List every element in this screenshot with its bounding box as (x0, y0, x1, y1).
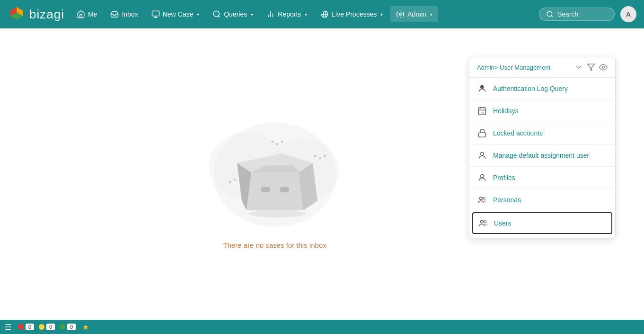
users-icon (478, 218, 488, 228)
svg-rect-45 (479, 133, 486, 137)
personas-icon (477, 195, 487, 205)
dropdown-item-auth-log[interactable]: Authentication Log Query (469, 78, 615, 100)
filter-icon[interactable] (587, 63, 595, 72)
svg-point-25 (323, 155, 326, 157)
nav-label-new-case: New Case (163, 10, 194, 18)
navbar: bizagi Me Inbox New Case ▾ Queries ▾ (0, 0, 644, 28)
search-icon (546, 10, 554, 18)
search-bar[interactable]: Search (539, 8, 615, 21)
status-item-yellow[interactable]: 0 (39, 324, 55, 330)
svg-point-48 (480, 197, 483, 200)
nav-item-me[interactable]: Me (71, 6, 103, 22)
svg-marker-28 (247, 172, 303, 210)
admin-icon (396, 10, 405, 18)
dropdown-item-locked-accounts[interactable]: Locked accounts (469, 122, 615, 144)
dropdown-header-icons (574, 63, 608, 72)
nav-label-queries: Queries (224, 10, 247, 18)
svg-line-10 (219, 16, 220, 17)
svg-point-23 (314, 155, 316, 157)
search-label: Search (557, 10, 578, 18)
red-dot (18, 324, 24, 330)
nav-label-admin: Admin (407, 10, 426, 18)
nav-label-reports: Reports (278, 10, 301, 18)
svg-point-26 (233, 179, 236, 181)
avatar-initial: A (626, 10, 631, 18)
home-icon (77, 10, 85, 18)
inbox-icon (110, 10, 119, 18)
holidays-label: Holidays (493, 107, 519, 115)
queries-chevron: ▾ (251, 12, 253, 17)
svg-rect-34 (280, 187, 289, 192)
empty-text: There are no cases for this inbox (223, 241, 326, 249)
star-icon[interactable]: ★ (82, 323, 89, 332)
users-label: Users (494, 219, 512, 227)
dropdown-header: Admin> User Management (469, 57, 615, 78)
dropdown-item-manage-default[interactable]: Manage default assignment user (469, 144, 615, 167)
red-count: 0 (26, 324, 34, 330)
status-item-green[interactable]: 0 (60, 324, 76, 330)
svg-point-49 (483, 197, 485, 199)
auth-log-icon (477, 83, 487, 94)
new-case-chevron: ▾ (197, 12, 199, 17)
svg-rect-6 (152, 11, 159, 16)
dropdown-item-profiles[interactable]: Profiles (469, 167, 615, 189)
queries-icon (212, 10, 221, 18)
profiles-icon (477, 172, 487, 183)
logo-icon (8, 5, 26, 23)
svg-point-14 (399, 13, 402, 16)
status-item-red[interactable]: 0 (18, 324, 34, 330)
empty-illustration (199, 99, 351, 232)
admin-chevron: ▾ (430, 12, 432, 17)
yellow-count: 0 (46, 324, 55, 330)
manage-default-icon (477, 150, 487, 161)
nav-item-reports[interactable]: Reports ▾ (261, 6, 313, 22)
nav-item-queries[interactable]: Queries ▾ (207, 6, 259, 22)
new-case-icon (151, 10, 160, 18)
logo[interactable]: bizagi (8, 5, 64, 23)
locked-accounts-icon (477, 128, 487, 138)
nav-label-inbox: Inbox (122, 10, 138, 18)
svg-point-27 (229, 181, 231, 183)
svg-point-37 (602, 66, 605, 69)
nav-label-me: Me (88, 10, 97, 18)
svg-marker-36 (588, 64, 595, 71)
locked-accounts-label: Locked accounts (493, 129, 543, 137)
svg-point-15 (547, 11, 552, 17)
eye-icon[interactable] (599, 63, 608, 72)
user-avatar[interactable]: A (620, 6, 636, 22)
svg-point-46 (481, 152, 484, 155)
dropdown-arrow-icon[interactable] (574, 63, 583, 72)
hamburger-icon[interactable]: ☰ (5, 323, 11, 332)
live-processes-icon (320, 10, 329, 18)
empty-state: There are no cases for this inbox (199, 99, 351, 249)
status-bar: ☰ 0 0 0 ★ (0, 320, 644, 334)
green-count: 0 (67, 324, 76, 330)
nav-item-new-case[interactable]: New Case ▾ (146, 6, 205, 22)
svg-point-24 (318, 157, 321, 160)
svg-point-21 (276, 143, 278, 145)
dropdown-item-users[interactable]: Users (472, 212, 612, 234)
reports-icon (266, 10, 275, 18)
green-dot (60, 324, 65, 330)
dropdown-breadcrumb: Admin> User Management (477, 64, 574, 71)
main-content: There are no cases for this inbox Admin>… (0, 28, 644, 320)
holidays-icon: 24 (477, 106, 487, 116)
personas-label: Personas (493, 196, 521, 204)
svg-point-50 (481, 220, 484, 223)
nav-item-live-processes[interactable]: Live Processes ▾ (315, 6, 388, 22)
svg-point-51 (484, 220, 486, 223)
nav-label-live-processes: Live Processes (332, 10, 377, 18)
svg-point-9 (213, 11, 219, 17)
nav-item-inbox[interactable]: Inbox (105, 6, 143, 22)
admin-dropdown-panel: Admin> User Management (469, 57, 616, 238)
dropdown-item-holidays[interactable]: 24 Holidays (469, 100, 615, 122)
dropdown-item-personas[interactable]: Personas (469, 189, 615, 211)
breadcrumb-section: User Management (500, 64, 550, 71)
yellow-dot (39, 324, 44, 330)
breadcrumb-prefix: Admin> (477, 64, 498, 71)
svg-rect-33 (261, 187, 270, 192)
nav-item-admin[interactable]: Admin ▾ (390, 6, 438, 22)
live-processes-chevron: ▾ (380, 12, 383, 17)
svg-text:24: 24 (481, 111, 484, 114)
svg-point-35 (249, 210, 306, 217)
